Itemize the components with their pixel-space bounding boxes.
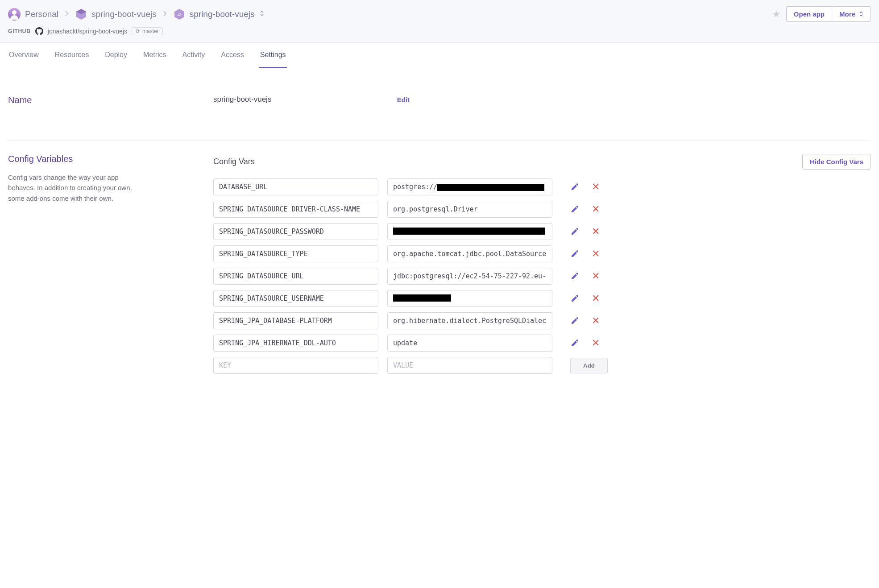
config-var-key[interactable]: SPRING_DATASOURCE_DRIVER-CLASS-NAME [213, 201, 378, 218]
close-icon[interactable]: ✕ [592, 315, 600, 327]
config-var-row: SPRING_JPA_HIBERNATE_DDL-AUTOupdate✕ [213, 335, 871, 352]
config-var-value[interactable]: jdbc:postgresql://ec2-54-75-227-92.eu- [387, 268, 552, 285]
config-var-key-input[interactable]: KEY [213, 357, 378, 374]
config-vars-section: Config Variables Config vars change the … [8, 140, 871, 387]
config-var-key[interactable]: SPRING_DATASOURCE_USERNAME [213, 290, 378, 307]
source-repo[interactable]: jonashackt/spring-boot-vuejs [48, 28, 127, 35]
breadcrumb-pipeline[interactable]: spring-boot-vuejs [75, 8, 157, 20]
avatar-icon [8, 8, 21, 21]
more-button-label: More [839, 10, 855, 18]
github-icon [35, 27, 43, 35]
pencil-icon[interactable] [570, 294, 579, 303]
pencil-icon[interactable] [570, 205, 579, 214]
config-var-new-row: KEYVALUEAdd [213, 357, 871, 374]
config-var-value[interactable]: postgres:// [387, 178, 552, 195]
edit-name-button[interactable]: Edit [397, 96, 410, 104]
config-var-key[interactable]: SPRING_DATASOURCE_TYPE [213, 245, 378, 262]
config-var-key[interactable]: DATABASE_URL [213, 178, 378, 195]
branch-chip[interactable]: ⟳ master [132, 27, 163, 35]
hide-config-vars-button[interactable]: Hide Config Vars [802, 154, 871, 170]
tabs: OverviewResourcesDeployMetricsActivityAc… [0, 43, 879, 68]
config-var-value[interactable]: update [387, 335, 552, 352]
config-var-row: SPRING_JPA_DATABASE-PLATFORMorg.hibernat… [213, 312, 871, 329]
config-var-row: SPRING_DATASOURCE_URLjdbc:postgresql://e… [213, 268, 871, 285]
source-row: GITHUB jonashackt/spring-boot-vuejs ⟳ ma… [8, 26, 871, 42]
config-var-key[interactable]: SPRING_DATASOURCE_PASSWORD [213, 223, 378, 240]
config-var-row: SPRING_DATASOURCE_PASSWORD ✕ [213, 223, 871, 240]
name-section: Name spring-boot-vuejs Edit [8, 82, 871, 127]
section-title-config: Config Variables [8, 154, 195, 164]
section-title-name: Name [8, 95, 195, 105]
config-var-row: SPRING_DATASOURCE_TYPEorg.apache.tomcat.… [213, 245, 871, 262]
tab-deploy[interactable]: Deploy [104, 43, 128, 68]
close-icon[interactable]: ✕ [592, 270, 600, 282]
breadcrumb-pipeline-label: spring-boot-vuejs [91, 9, 157, 19]
breadcrumb-personal-label: Personal [25, 9, 58, 19]
config-var-value[interactable] [387, 223, 552, 240]
config-var-value-input[interactable]: VALUE [387, 357, 552, 374]
source-provider-label: GITHUB [8, 28, 31, 34]
tab-settings[interactable]: Settings [259, 43, 287, 68]
close-icon[interactable]: ✕ [592, 226, 600, 237]
open-app-button[interactable]: Open app [786, 6, 832, 22]
chevron-up-down-icon[interactable] [259, 9, 265, 19]
pencil-icon[interactable] [570, 316, 579, 325]
app-header: Personal spring-boot-vuejs zZ spring-boo… [0, 0, 879, 43]
config-var-key[interactable]: SPRING_JPA_HIBERNATE_DDL-AUTO [213, 335, 378, 352]
config-var-row: SPRING_DATASOURCE_USERNAME ✕ [213, 290, 871, 307]
breadcrumb-app-label: spring-boot-vuejs [190, 9, 255, 19]
tab-activity[interactable]: Activity [182, 43, 206, 68]
add-config-var-button[interactable]: Add [570, 358, 608, 373]
app-hex-icon: zZ [174, 8, 185, 20]
config-var-value[interactable]: org.postgresql.Driver [387, 201, 552, 218]
config-var-key[interactable]: SPRING_DATASOURCE_URL [213, 268, 378, 285]
config-description: Config vars change the way your app beha… [8, 172, 146, 203]
config-var-value[interactable]: org.apache.tomcat.jdbc.pool.DataSource [387, 245, 552, 262]
branch-name: master [142, 28, 159, 34]
close-icon[interactable]: ✕ [592, 248, 600, 260]
pencil-icon[interactable] [570, 249, 579, 258]
config-var-value[interactable] [387, 290, 552, 307]
config-var-value[interactable]: org.hibernate.dialect.PostgreSQLDialec [387, 312, 552, 329]
close-icon[interactable]: ✕ [592, 337, 600, 349]
app-name-value: spring-boot-vuejs [213, 95, 271, 104]
breadcrumb-personal[interactable]: Personal [8, 8, 58, 21]
tab-overview[interactable]: Overview [8, 43, 40, 68]
pipeline-hex-icon [75, 8, 87, 20]
config-var-key[interactable]: SPRING_JPA_DATABASE-PLATFORM [213, 312, 378, 329]
pencil-icon[interactable] [570, 227, 579, 236]
config-var-row: SPRING_DATASOURCE_DRIVER-CLASS-NAMEorg.p… [213, 201, 871, 218]
close-icon[interactable]: ✕ [592, 181, 600, 193]
close-icon[interactable]: ✕ [592, 293, 600, 304]
config-vars-subtitle: Config Vars [213, 157, 255, 166]
pencil-icon[interactable] [570, 182, 579, 191]
chevron-right-icon [65, 10, 69, 18]
chevron-right-icon [163, 10, 167, 18]
refresh-icon: ⟳ [136, 28, 140, 34]
close-icon[interactable]: ✕ [592, 203, 600, 215]
breadcrumb-app[interactable]: zZ spring-boot-vuejs [174, 8, 265, 20]
tab-metrics[interactable]: Metrics [142, 43, 167, 68]
chevron-up-down-icon [859, 10, 863, 18]
tab-access[interactable]: Access [220, 43, 245, 68]
tab-resources[interactable]: Resources [54, 43, 90, 68]
more-button[interactable]: More [832, 6, 871, 22]
config-var-row: DATABASE_URLpostgres:// ✕ [213, 178, 871, 195]
pencil-icon[interactable] [570, 339, 579, 348]
config-var-list: DATABASE_URLpostgres:// ✕SPRING_DATASOUR… [213, 178, 871, 374]
svg-text:zZ: zZ [177, 12, 181, 17]
header-actions: ★ Open app More [772, 6, 871, 22]
breadcrumb: Personal spring-boot-vuejs zZ spring-boo… [8, 8, 265, 21]
star-icon[interactable]: ★ [772, 8, 781, 20]
pencil-icon[interactable] [570, 272, 579, 281]
